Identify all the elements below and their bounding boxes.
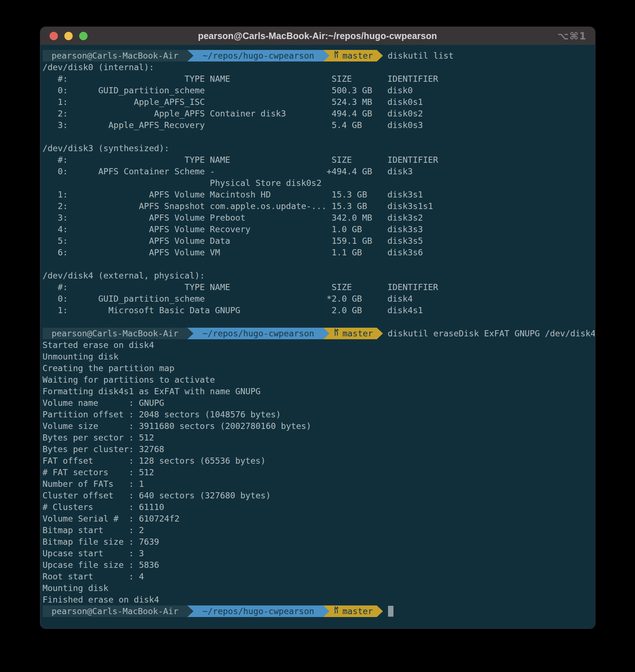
powerline-arrow-icon — [377, 328, 383, 339]
terminal-text-line: # Clusters : 61110 — [43, 501, 593, 513]
terminal-text-line: 6: APFS Volume VM 1.1 GB disk3s6 — [43, 247, 593, 258]
terminal-text-line: Volume Serial # : 610724f2 — [43, 513, 593, 524]
prompt-segment-path: ~/repos/hugo-cwpearson — [193, 605, 323, 617]
terminal-text-line: Bitmap start : 2 — [43, 524, 593, 536]
terminal-text-line: 0: APFS Container Scheme - +494.4 GB dis… — [43, 166, 593, 177]
git-branch-icon — [333, 328, 339, 339]
terminal-text-line — [43, 258, 593, 270]
terminal-text-line: /dev/disk3 (synthesized): — [43, 143, 593, 154]
close-button[interactable] — [50, 32, 58, 40]
terminal-text-line — [43, 131, 593, 143]
terminal-text-line: FAT offset : 128 sectors (65536 bytes) — [43, 455, 593, 467]
minimize-button[interactable] — [64, 32, 73, 40]
terminal-text-line: Finished erase on disk4 — [43, 594, 593, 605]
terminal-content[interactable]: pearson@Carls-MacBook-Air ~/repos/hugo-c… — [41, 44, 595, 628]
titlebar[interactable]: pearson@Carls-MacBook-Air:~/repos/hugo-c… — [41, 27, 595, 44]
powerline-arrow-icon — [323, 328, 329, 339]
prompt-segment-user: pearson@Carls-MacBook-Air — [43, 605, 188, 617]
terminal-text-line: Waiting for partitions to activate — [43, 374, 593, 386]
terminal-text-line: #: TYPE NAME SIZE IDENTIFIER — [43, 281, 593, 293]
terminal-text-line: 2: Apple_APFS Container disk3 494.4 GB d… — [43, 108, 593, 119]
terminal-text-line: Unmounting disk — [43, 351, 593, 362]
terminal-text-line: Bitmap file size : 7639 — [43, 536, 593, 548]
powerline-arrow-icon — [187, 605, 193, 617]
terminal-window: pearson@Carls-MacBook-Air:~/repos/hugo-c… — [41, 27, 595, 628]
terminal-text-line: Physical Store disk0s2 — [43, 177, 593, 189]
terminal-text-line: Upcase start : 3 — [43, 548, 593, 559]
prompt-segment-branch: master — [329, 605, 377, 617]
window-title: pearson@Carls-MacBook-Air:~/repos/hugo-c… — [198, 31, 437, 41]
powerline-arrow-icon — [377, 605, 383, 617]
terminal-prompt-line: pearson@Carls-MacBook-Air ~/repos/hugo-c… — [43, 328, 593, 339]
terminal-text-line: 0: GUID_partition_scheme 500.3 GB disk0 — [43, 85, 593, 96]
terminal-text-line: Started erase on disk4 — [43, 339, 593, 351]
terminal-text-line: Number of FATs : 1 — [43, 478, 593, 490]
terminal-text-line: Partition offset : 2048 sectors (1048576… — [43, 409, 593, 420]
branch-label: master — [342, 605, 373, 617]
powerline-arrow-icon — [187, 50, 193, 61]
terminal-text-line: #: TYPE NAME SIZE IDENTIFIER — [43, 73, 593, 85]
prompt-segment-user: pearson@Carls-MacBook-Air — [43, 50, 188, 61]
terminal-text-line: Creating the partition map — [43, 362, 593, 374]
terminal-text-line: Upcase file size : 5836 — [43, 559, 593, 571]
prompt-command: diskutil eraseDisk ExFAT GNUPG /dev/disk… — [383, 328, 595, 339]
powerline-arrow-icon — [187, 328, 193, 339]
terminal-text-line: Mounting disk — [43, 582, 593, 594]
terminal-text-line: 0: GUID_partition_scheme *2.0 GB disk4 — [43, 293, 593, 305]
git-branch-icon — [333, 605, 339, 617]
terminal-text-line: 3: Apple_APFS_Recovery 5.4 GB disk0s3 — [43, 119, 593, 131]
traffic-lights — [50, 27, 88, 44]
branch-label: master — [342, 50, 373, 61]
terminal-text-line: 1: Apple_APFS_ISC 524.3 MB disk0s1 — [43, 96, 593, 108]
terminal-text-line: Volume size : 3911680 sectors (200278016… — [43, 420, 593, 432]
terminal-text-line: 3: APFS Volume Preboot 342.0 MB disk3s2 — [43, 212, 593, 224]
git-branch-icon — [333, 50, 339, 61]
prompt-command: diskutil list — [383, 50, 453, 61]
terminal-cursor[interactable] — [388, 606, 393, 617]
terminal-prompt-line: pearson@Carls-MacBook-Air ~/repos/hugo-c… — [43, 605, 593, 617]
terminal-text-line: Volume name : GNUPG — [43, 397, 593, 409]
terminal-text-line: Root start : 4 — [43, 571, 593, 582]
terminal-text-line: /dev/disk0 (internal): — [43, 61, 593, 73]
prompt-segment-path: ~/repos/hugo-cwpearson — [193, 50, 323, 61]
terminal-text-line: 4: APFS Volume Recovery 1.0 GB disk3s3 — [43, 224, 593, 235]
terminal-text-line: Cluster offset : 640 sectors (327680 byt… — [43, 490, 593, 501]
terminal-text-line — [43, 316, 593, 328]
terminal-text-line: Formatting disk4s1 as ExFAT with name GN… — [43, 386, 593, 397]
terminal-text-line: /dev/disk4 (external, physical): — [43, 270, 593, 281]
powerline-arrow-icon — [377, 50, 383, 61]
terminal-text-line: 5: APFS Volume Data 159.1 GB disk3s5 — [43, 235, 593, 247]
powerline-arrow-icon — [323, 605, 329, 617]
terminal-prompt-line: pearson@Carls-MacBook-Air ~/repos/hugo-c… — [43, 50, 593, 61]
prompt-segment-branch: master — [329, 50, 377, 61]
terminal-text-line: # FAT sectors : 512 — [43, 467, 593, 478]
terminal-text-line: #: TYPE NAME SIZE IDENTIFIER — [43, 154, 593, 166]
powerline-arrow-icon — [323, 50, 329, 61]
terminal-text-line: 1: Microsoft Basic Data GNUPG 2.0 GB dis… — [43, 305, 593, 316]
terminal-text-line: 1: APFS Volume Macintosh HD 15.3 GB disk… — [43, 189, 593, 200]
prompt-segment-path: ~/repos/hugo-cwpearson — [193, 328, 323, 339]
prompt-segment-user: pearson@Carls-MacBook-Air — [43, 328, 188, 339]
terminal-text-line: Bytes per sector : 512 — [43, 432, 593, 443]
terminal-text-line: 2: APFS Snapshot com.apple.os.update-...… — [43, 200, 593, 212]
terminal-text-line: Bytes per cluster: 32768 — [43, 443, 593, 455]
window-shortcut-badge: ⌥⌘1 — [558, 27, 587, 44]
zoom-button[interactable] — [79, 32, 88, 40]
prompt-segment-branch: master — [329, 328, 377, 339]
branch-label: master — [342, 328, 373, 339]
